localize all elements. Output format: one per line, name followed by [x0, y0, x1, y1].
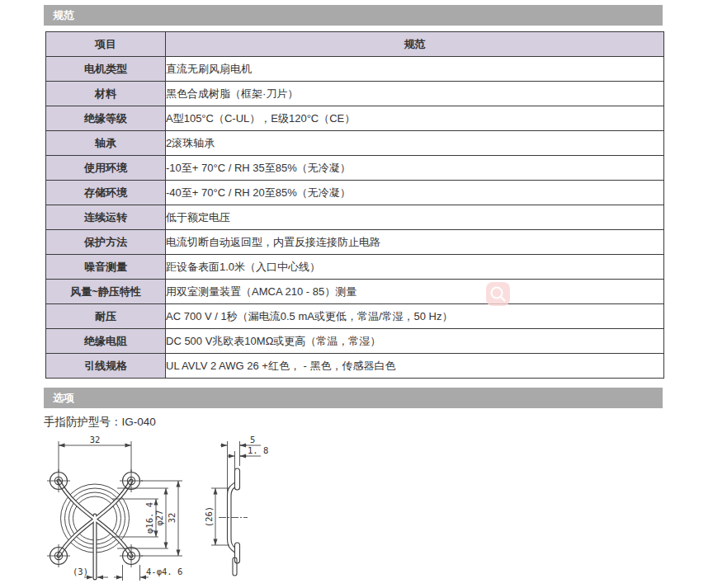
- dim-label-span: (26): [204, 506, 214, 527]
- row-label: 使用环境: [46, 156, 166, 181]
- table-row: 风量~静压特性 用双室测量装置（AMCA 210 - 85）测量: [46, 280, 664, 304]
- section-title: 规范: [53, 9, 74, 21]
- product-spec-page: 规范 项目 规范 电机类型 直流无刷风扇电机 材料 黑色合成树脂（框架·刀片） …: [0, 0, 727, 588]
- row-value: 2滚珠轴承: [166, 131, 664, 156]
- row-value: 直流无刷风扇电机: [166, 57, 664, 82]
- row-value: -40至+ 70°C / RH 20至85%（无冷凝）: [166, 181, 664, 205]
- table-row: 噪音测量 距设备表面1.0米（入口中心线）: [46, 255, 664, 280]
- row-label: 引线规格: [46, 354, 166, 379]
- table-row: 绝缘电阻 DC 500 V兆欧表10MΩ或更高（常温，常湿）: [46, 329, 664, 354]
- dim-label-depth: 5: [250, 435, 255, 445]
- finger-guard-drawing: 32 32 φ27 φ16. 4 (3) 4-φ4. 6: [38, 435, 335, 588]
- dim-label-height: 32: [167, 513, 177, 524]
- row-value: A型105°C（C-UL），E级120°C（CE）: [166, 106, 664, 131]
- row-value: 低于额定电压: [166, 205, 664, 230]
- section-header-spec: 规范: [44, 5, 663, 26]
- row-label: 电机类型: [46, 57, 166, 82]
- section-title: 选项: [53, 392, 74, 404]
- zoom-image-button[interactable]: [486, 282, 510, 306]
- dim-label-inner-dia: φ16. 4: [144, 502, 154, 534]
- row-label: 轴承: [46, 131, 166, 156]
- dim-label-width: 32: [90, 435, 101, 445]
- row-value: UL AVLV 2 AWG 26 +红色， - 黑色，传感器白色: [166, 354, 664, 379]
- col-header-spec: 规范: [166, 32, 664, 57]
- row-label: 保护方法: [46, 230, 166, 255]
- row-label: 噪音测量: [46, 255, 166, 280]
- dim-label-thickness: 1. 8: [248, 445, 268, 455]
- row-label: 绝缘等级: [46, 106, 166, 131]
- row-value: DC 500 V兆欧表10MΩ或更高（常温，常湿）: [166, 329, 664, 354]
- table-row: 绝缘等级 A型105°C（C-UL），E级120°C（CE）: [46, 106, 664, 131]
- row-label: 绝缘电阻: [46, 329, 166, 354]
- row-value: 距设备表面1.0米（入口中心线）: [166, 255, 664, 280]
- table-row: 材料 黑色合成树脂（框架·刀片）: [46, 82, 664, 106]
- table-row: 耐压 AC 700 V / 1秒（漏电流0.5 mA或更低，常温/常湿，50 H…: [46, 304, 664, 329]
- table-row: 电机类型 直流无刷风扇电机: [46, 57, 664, 82]
- table-row: 保护方法 电流切断自动返回型，内置反接连接防止电路: [46, 230, 664, 255]
- section-header-option: 选项: [44, 388, 663, 408]
- table-row: 轴承 2滚珠轴承: [46, 131, 664, 156]
- table-row: 引线规格 UL AVLV 2 AWG 26 +红色， - 黑色，传感器白色: [46, 354, 664, 379]
- finger-guard-model-note: 手指防护型号：IG-040: [44, 415, 156, 430]
- row-value: -10至+ 70°C / RH 35至85%（无冷凝）: [166, 156, 664, 181]
- dim-label-wire: (3): [73, 567, 88, 576]
- row-label: 连续运转: [46, 205, 166, 230]
- row-label: 存储环境: [46, 181, 166, 205]
- table-row: 使用环境 -10至+ 70°C / RH 35至85%（无冷凝）: [46, 156, 664, 181]
- spec-table: 项目 规范 电机类型 直流无刷风扇电机 材料 黑色合成树脂（框架·刀片） 绝缘等…: [45, 31, 664, 379]
- row-label: 材料: [46, 82, 166, 106]
- dim-label-holes: 4-φ4. 6: [146, 567, 182, 576]
- col-header-item: 项目: [46, 32, 166, 57]
- front-view-drawing: 32 32 φ27 φ16. 4 (3) 4-φ4. 6: [47, 435, 182, 581]
- row-value: 黑色合成树脂（框架·刀片）: [166, 82, 664, 106]
- table-row: 连续运转 低于额定电压: [46, 205, 664, 230]
- row-value: AC 700 V / 1秒（漏电流0.5 mA或更低，常温/常湿，50 Hz）: [166, 304, 664, 329]
- row-label: 耐压: [46, 304, 166, 329]
- table-row: 存储环境 -40至+ 70°C / RH 20至85%（无冷凝）: [46, 181, 664, 205]
- row-label: 风量~静压特性: [46, 280, 166, 304]
- row-value: 用双室测量装置（AMCA 210 - 85）测量: [166, 280, 664, 304]
- side-view-drawing: 5 1. 8 (26): [204, 435, 269, 576]
- magnifier-icon: [486, 282, 510, 306]
- table-header-row: 项目 规范: [46, 32, 664, 57]
- row-value: 电流切断自动返回型，内置反接连接防止电路: [166, 230, 664, 255]
